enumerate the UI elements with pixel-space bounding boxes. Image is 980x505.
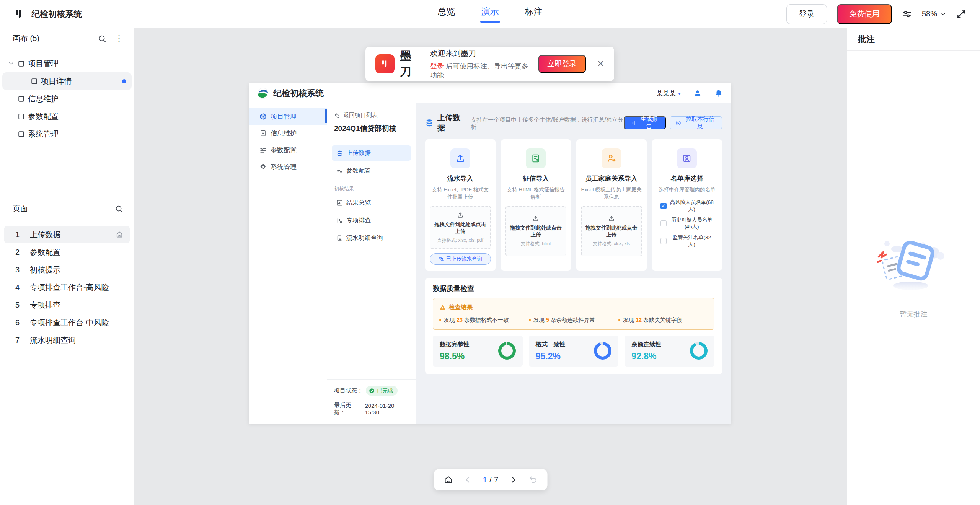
page-number: 4 (15, 283, 21, 292)
page-label: 流水明细查询 (30, 335, 123, 345)
page-item-5[interactable]: 5 专项排查 (4, 296, 130, 314)
file-dropzone[interactable]: 拖拽文件到此处或点击上传 支持格式: xlsx, xls (581, 206, 642, 256)
comments-panel: 批注 (847, 28, 980, 505)
checkbox-checked-icon[interactable] (660, 203, 667, 209)
restart-icon[interactable] (528, 475, 537, 484)
card-title: 流水导入 (447, 174, 473, 183)
fetch-bank-info-button[interactable]: 拉取本行信息 (670, 116, 722, 129)
layer-tree: 项目管理 项目详情 信息维护 参数配置 (0, 49, 134, 143)
page-item-4[interactable]: 4 专项排查工作台-高风险 (4, 279, 130, 296)
page-label: 初核提示 (30, 265, 123, 275)
back-to-project-list[interactable]: 返回项目列表 (334, 112, 409, 119)
page-label: 参数配置 (30, 247, 123, 257)
list-search-icon (438, 256, 444, 262)
fullscreen-icon[interactable] (956, 9, 966, 19)
page-item-2[interactable]: 2 参数配置 (4, 243, 130, 261)
zoom-control[interactable]: 58% (922, 10, 946, 18)
sidebar-item-info-maintenance[interactable]: 信息维护 (249, 125, 327, 142)
settings-sliders-icon[interactable] (902, 9, 912, 19)
uploaded-flow-query-button[interactable]: 已上传流水查询 (430, 253, 491, 265)
checkbox-regulatory-watch-list[interactable]: 监管关注名单(32人) (660, 234, 714, 248)
tree-item-project-detail[interactable]: 项目详情 (2, 72, 132, 90)
upload-tray-icon (608, 215, 615, 222)
close-icon[interactable]: ✕ (597, 59, 604, 69)
prev-page-button[interactable] (464, 476, 472, 484)
sliders-icon (259, 147, 267, 154)
checkbox-high-risk-list[interactable]: 高风险人员名单(68人) (660, 199, 714, 213)
chevron-down-icon (940, 11, 946, 17)
search-icon[interactable] (115, 205, 123, 213)
page-item-3[interactable]: 3 初核提示 (4, 261, 130, 279)
cube-icon (259, 113, 267, 120)
tree-item-parameter-config[interactable]: 参数配置 (2, 108, 132, 125)
checkbox-history-suspect-list[interactable]: 历史可疑人员名单(45人) (660, 217, 714, 230)
user-icon[interactable] (693, 89, 702, 98)
generate-report-button[interactable]: 生成报告 (624, 116, 666, 129)
topbar-right: 登录 免费使用 58% (786, 4, 966, 24)
frame-icon (18, 113, 25, 120)
pages-header: 页面 (0, 199, 134, 219)
bell-icon[interactable] (714, 89, 723, 98)
page-number: 6 (15, 318, 21, 327)
card-credit-import: 征信导入 支持 HTML 格式征信报告解析 拖拽文件到此处或点击上传 支持格式:… (501, 139, 571, 271)
menu-item-flow-detail-query[interactable]: 流水明细查询 (332, 230, 411, 246)
updated-label: 最后更新： (334, 402, 362, 416)
donut-chart (594, 342, 611, 360)
document-upload-icon (526, 148, 546, 168)
checkbox-icon[interactable] (660, 220, 667, 226)
menu-item-results-overview[interactable]: 结果总览 (332, 195, 411, 210)
welcome-banner: 墨刀 欢迎来到墨刀 登录 后可使用标注、导出等更多功能 立即登录 ✕ (365, 47, 614, 81)
file-dropzone[interactable]: 拖拽文件到此处或点击上传 支持格式: html (505, 206, 567, 256)
user-menu[interactable]: 某某某 ▾ (656, 89, 681, 98)
frame-icon (31, 78, 38, 85)
updated-value: 2024-01-20 15:30 (365, 402, 409, 415)
metric-balance-continuity: 余额连续性 92.8% (625, 336, 714, 367)
page-label: 专项排查 (30, 300, 123, 310)
tab-annotate[interactable]: 标注 (524, 6, 544, 23)
file-dropzone[interactable]: 拖拽文件到此处或点击上传 支持格式: xlsx, xls, pdf (430, 206, 491, 249)
checkbox-icon[interactable] (660, 238, 667, 244)
project-panel-header: 返回项目列表 2024Q1信贷部初核 (327, 103, 416, 140)
card-flow-import: 流水导入 支持 Excel、PDF 格式文件批量上传 拖拽文件到此处或点击上传 … (425, 139, 496, 271)
tab-demo[interactable]: 演示 (480, 6, 500, 23)
login-button[interactable]: 登录 (786, 4, 827, 24)
tree-item-project-management[interactable]: 项目管理 (2, 55, 132, 72)
login-link[interactable]: 登录 (430, 62, 444, 70)
divider (708, 89, 708, 98)
page-item-7[interactable]: 7 流水明细查询 (4, 331, 130, 349)
document-title: 纪检初核系统 (31, 8, 82, 20)
project-title: 2024Q1信贷部初核 (334, 124, 409, 134)
upload-section-header: 上传数据 支持在一个项目中上传多个主体/账户数据，进行汇总/独立分析 生成报告 (425, 112, 722, 133)
menu-item-special-check[interactable]: 专项排查 (332, 213, 411, 228)
sidebar-item-system-management[interactable]: 系统管理 (249, 158, 327, 175)
tree-item-system-management[interactable]: 系统管理 (2, 125, 132, 143)
search-icon[interactable] (98, 34, 106, 43)
app-logo-icon (257, 88, 269, 99)
presentation-pager: 1 / 7 (434, 469, 548, 490)
chevron-down-icon[interactable] (8, 60, 15, 67)
notebook-icon (259, 130, 267, 137)
tab-overview[interactable]: 总览 (437, 6, 457, 23)
home-button[interactable] (444, 475, 453, 484)
sidebar-item-project-management[interactable]: 项目管理 (249, 108, 327, 125)
empty-comments-illustration (876, 237, 952, 302)
design-artboard: 纪检初核系统 某某某 ▾ (249, 83, 731, 424)
sidebar-item-label: 信息维护 (271, 129, 297, 138)
free-use-button[interactable]: 免费使用 (837, 4, 892, 24)
menu-item-upload-data[interactable]: 上传数据 (332, 145, 411, 161)
page-label: 上传数据 (30, 230, 107, 240)
more-options-icon[interactable]: ⋮ (115, 34, 123, 44)
sidebar-item-parameter-config[interactable]: 参数配置 (249, 142, 327, 158)
menu-item-label: 上传数据 (346, 149, 371, 157)
menu-item-parameter-config[interactable]: 参数配置 (332, 163, 411, 178)
canvas-list-header: 画布 (5) ⋮ (0, 28, 134, 49)
next-page-button[interactable] (509, 476, 517, 484)
page-item-6[interactable]: 6 专项排查工作台-中风险 (4, 314, 130, 331)
banner-subtitle: 登录 后可使用标注、导出等更多功能 (430, 62, 533, 80)
section-title: 上传数据 (437, 112, 467, 133)
login-now-button[interactable]: 立即登录 (538, 55, 586, 73)
tree-item-info-maintenance[interactable]: 信息维护 (2, 90, 132, 108)
menu-item-label: 结果总览 (346, 199, 371, 207)
page-item-1[interactable]: 1 上传数据 (4, 226, 130, 243)
page-number: 3 (15, 266, 21, 274)
